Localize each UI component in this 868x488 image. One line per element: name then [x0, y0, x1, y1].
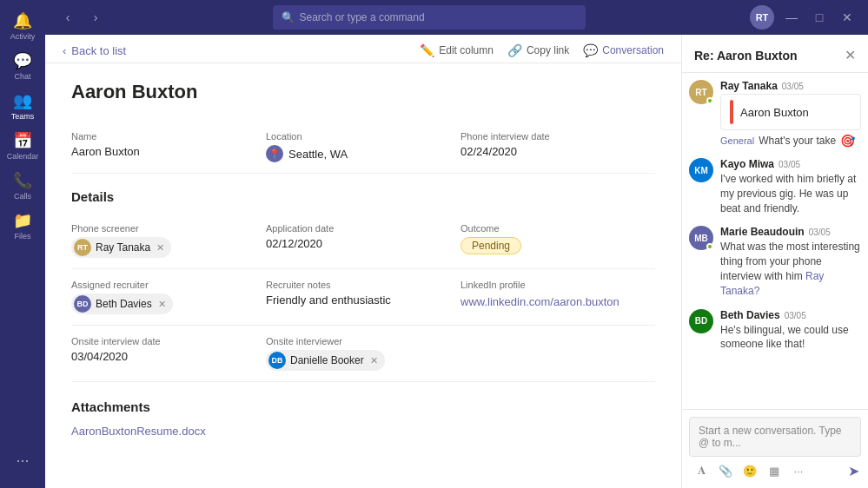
details-section-title: Details — [71, 189, 655, 204]
onsite-interview-date-value: 03/04/2020 — [71, 350, 266, 363]
field-outcome: Outcome Pending — [461, 223, 655, 258]
beth-msg-text: He's bilingual, we could use someone lik… — [720, 323, 861, 353]
back-button[interactable]: ‹ — [56, 5, 80, 30]
compose-input[interactable]: Start a new conversation. Type @ to m... — [689, 417, 861, 457]
ray-msg-time: 03/05 — [782, 82, 804, 91]
phone-interview-date-value: 02/24/2020 — [461, 145, 655, 158]
sidebar-item-calendar[interactable]: 📅 Calendar — [3, 127, 42, 165]
back-arrow-icon: ‹ — [63, 44, 66, 57]
marie-msg-text: What was the most interesting thing from… — [720, 240, 861, 298]
files-icon: 📁 — [13, 211, 32, 230]
back-to-list-button[interactable]: ‹ Back to list — [63, 44, 126, 57]
marie-online-indicator — [706, 243, 713, 250]
remove-danielle-button[interactable]: ✕ — [370, 355, 378, 366]
card-color-bar — [730, 100, 733, 124]
record-detail: ‹ Back to list ✏️ Edit column 🔗 Copy lin… — [45, 35, 681, 488]
conversation-panel: Re: Aaron Buxton ✕ RT Ray Tanaka 03/05 — [681, 35, 868, 488]
field-recruiter-notes: Recruiter notes Friendly and enthusiasti… — [266, 280, 461, 314]
sidebar-item-chat[interactable]: 💬 Chat — [3, 47, 42, 85]
message-kayo: KM Kayo Miwa 03/05 I've worked with him … — [689, 158, 861, 215]
conv-close-button[interactable]: ✕ — [845, 47, 856, 63]
giphy-button[interactable]: ▦ — [764, 460, 785, 481]
sidebar-item-activity[interactable]: 🔔 Activity — [3, 7, 42, 45]
card-name: Aaron Buxton — [740, 106, 809, 119]
field-linkedin-profile: LinkedIn profile www.linkedin.com/aaron.… — [461, 280, 655, 314]
field-name: Name Aaron Buxton — [71, 131, 266, 162]
linkedin-profile-link[interactable]: www.linkedin.com/aaron.buxton — [461, 295, 620, 308]
sidebar-item-more[interactable]: ··· — [3, 441, 42, 479]
field-row-details2: Assigned recruiter BD Beth Davies ✕ Recr… — [71, 269, 655, 326]
attachment-link[interactable]: AaronBuxtonResume.docx — [71, 425, 206, 438]
inline-card-aaron: Aaron Buxton — [720, 94, 861, 130]
sidebar-item-teams[interactable]: 👥 Teams — [3, 87, 42, 125]
person-chip-beth: BD Beth Davies ✕ — [71, 293, 173, 314]
emoji-button[interactable]: 🙂 — [739, 460, 760, 481]
edit-column-button[interactable]: ✏️ Edit column — [420, 43, 494, 57]
kayo-msg-body: Kayo Miwa 03/05 I've worked with him bri… — [720, 158, 861, 215]
conv-compose: Start a new conversation. Type @ to m...… — [682, 409, 868, 488]
person-chip-danielle: DB Danielle Booker ✕ — [266, 350, 385, 371]
format-text-button[interactable]: 𝐀 — [691, 460, 712, 481]
maximize-button[interactable]: □ — [809, 7, 830, 28]
calendar-icon: 📅 — [13, 131, 32, 150]
search-icon: 🔍 — [282, 11, 295, 23]
name-value: Aaron Buxton — [71, 145, 266, 158]
copy-link-button[interactable]: 🔗 Copy link — [507, 43, 569, 57]
sidebar-label-calendar: Calendar — [7, 152, 39, 161]
sidebar-item-files[interactable]: 📁 Files — [3, 207, 42, 245]
recruiter-notes-label: Recruiter notes — [266, 280, 461, 290]
conv-messages: RT Ray Tanaka 03/05 Aaron Buxton — [682, 73, 868, 409]
message-beth: BD Beth Davies 03/05 He's bilingual, we … — [689, 309, 861, 353]
user-avatar[interactable]: RT — [750, 5, 774, 30]
content-wrapper: ‹ Back to list ✏️ Edit column 🔗 Copy lin… — [45, 35, 868, 488]
linkedin-profile-label: LinkedIn profile — [461, 280, 655, 290]
main-area: ‹ › 🔍 RT — □ ✕ ‹ Back to list — [45, 0, 868, 488]
remove-beth-button[interactable]: ✕ — [158, 299, 166, 310]
field-phone-interview-date: Phone interview date 02/24/2020 — [461, 131, 655, 162]
chat-icon: 💬 — [13, 51, 32, 70]
marie-msg-time: 03/05 — [809, 228, 831, 237]
conversation-icon: 💬 — [583, 43, 598, 57]
outcome-label: Outcome — [461, 223, 655, 234]
ray-msg-name: Ray Tanaka — [720, 80, 778, 92]
search-input[interactable] — [300, 11, 577, 23]
beth-msg-avatar: BD — [689, 309, 713, 333]
record-title: Aaron Buxton — [71, 81, 655, 103]
message-marie: MB Marie Beaudouin 03/05 What was the mo… — [689, 226, 861, 298]
topbar: ‹ › 🔍 RT — □ ✕ — [45, 0, 868, 35]
forward-button[interactable]: › — [83, 5, 108, 30]
ray-msg-tag: General What's your take 🎯 — [720, 134, 861, 148]
marie-msg-name: Marie Beaudouin — [720, 226, 805, 238]
marie-msg-avatar: MB — [689, 226, 713, 250]
edit-icon: ✏️ — [420, 43, 434, 57]
recruiter-notes-value: Friendly and enthusiastic — [266, 293, 461, 307]
tag-general: General — [720, 135, 754, 146]
sidebar: 🔔 Activity 💬 Chat 👥 Teams 📅 Calendar 📞 C… — [0, 0, 45, 488]
beth-msg-time: 03/05 — [785, 311, 806, 320]
field-onsite-interviewer: Onsite interviewer DB Danielle Booker ✕ — [266, 336, 461, 371]
minimize-button[interactable]: — — [781, 7, 802, 28]
field-placeholder3 — [461, 336, 655, 371]
message-ray: RT Ray Tanaka 03/05 Aaron Buxton — [689, 80, 861, 148]
send-button[interactable]: ➤ — [848, 463, 859, 479]
field-row-basic: Name Aaron Buxton Location 📍 Seattle, WA… — [71, 121, 655, 174]
online-indicator — [706, 97, 713, 104]
attach-button[interactable]: 📎 — [715, 460, 736, 481]
onsite-interviewer-value: DB Danielle Booker ✕ — [266, 350, 461, 371]
sidebar-label-calls: Calls — [14, 192, 31, 201]
outcome-value: Pending — [461, 237, 655, 254]
compose-tools: 𝐀 📎 🙂 ▦ ··· — [691, 460, 809, 481]
person-chip-ray: RT Ray Tanaka ✕ — [71, 237, 171, 258]
conversation-button[interactable]: 💬 Conversation — [583, 43, 664, 57]
close-button[interactable]: ✕ — [837, 7, 858, 28]
kayo-msg-avatar: KM — [689, 158, 713, 182]
phone-screener-value: RT Ray Tanaka ✕ — [71, 237, 266, 258]
assigned-recruiter-label: Assigned recruiter — [71, 280, 266, 290]
more-tools-button[interactable]: ··· — [788, 460, 809, 481]
onsite-interview-date-label: Onsite interview date — [71, 336, 266, 346]
sidebar-item-calls[interactable]: 📞 Calls — [3, 167, 42, 205]
field-location: Location 📍 Seattle, WA — [266, 131, 461, 162]
topbar-right: RT — □ ✕ — [750, 5, 858, 30]
remove-ray-button[interactable]: ✕ — [156, 242, 164, 254]
conv-title: Re: Aaron Buxton — [694, 49, 797, 63]
